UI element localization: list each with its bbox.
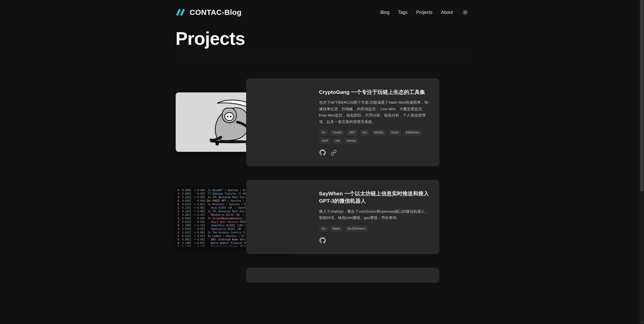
nav-about[interactable]: About xyxy=(441,10,453,15)
scroll-down-icon[interactable]: ▾ xyxy=(640,320,644,324)
project-info: CryptoGang 一个专注于玩链上生态的工具集 包含了NFT和ERC20两个… xyxy=(246,78,439,166)
nav-blog[interactable]: Blog xyxy=(380,10,389,15)
project-card: CryptoGang 一个专注于玩链上生态的工具集 包含了NFT和ERC20两个… xyxy=(176,78,469,166)
tag: Go xyxy=(319,129,328,136)
main-nav: Blog Tags Projects About xyxy=(380,9,468,16)
github-link[interactable] xyxy=(319,237,326,244)
theme-toggle-button[interactable] xyxy=(462,9,469,16)
site-header: CONTAC-Blog Blog Tags Projects About xyxy=(176,0,469,23)
svg-point-14 xyxy=(227,116,229,117)
project-title[interactable]: SayWhen 一个以太坊链上信息实时推送和接入GPT-3的微信机器人 xyxy=(319,190,429,205)
project-tags: Go Casbin JWT Gin MySQL Gorm Elementui v… xyxy=(319,129,429,144)
project-info xyxy=(246,268,439,283)
nav-projects[interactable]: Projects xyxy=(416,10,432,15)
tag: Casbin xyxy=(330,129,345,136)
svg-point-13 xyxy=(225,113,234,121)
scrollbar-thumb[interactable] xyxy=(640,0,643,191)
project-links xyxy=(319,237,429,244)
tag: Gorm xyxy=(389,129,401,136)
site-title[interactable]: CONTAC-Blog xyxy=(190,8,242,17)
project-info: SayWhen 一个以太坊链上信息实时推送和接入GPT-3的微信机器人 接入了c… xyxy=(246,180,439,254)
svg-line-8 xyxy=(466,11,467,11)
svg-line-7 xyxy=(463,14,464,14)
scrollbar[interactable]: ▴ ▾ xyxy=(640,0,644,324)
brand[interactable]: CONTAC-Blog xyxy=(176,8,242,17)
tag: Go xyxy=(319,226,328,232)
github-link[interactable] xyxy=(319,149,326,156)
project-description: 接入了chatGpt，整合了coinGecko和opensea接口的微信机器人，… xyxy=(319,208,429,221)
project-card: 4 0.000Ξ + 0.000 2x AotuNFT | OpenSea | … xyxy=(176,180,469,254)
project-tags: Go Redis Go-Ethereum xyxy=(319,226,429,232)
tag: JWT xyxy=(347,129,358,136)
project-card xyxy=(176,268,469,283)
tag: Go-Ethereum xyxy=(345,226,368,232)
tag: vue3 xyxy=(319,138,331,144)
nav-tags[interactable]: Tags xyxy=(398,10,407,15)
project-description: 包含了NFT和ERC20两个方面,功能涵盖了Hash Mint快速跟单，快速挂单… xyxy=(319,99,429,125)
tag: vite xyxy=(333,138,343,144)
tag: etherjs xyxy=(344,138,358,144)
svg-line-4 xyxy=(466,14,467,14)
svg-line-3 xyxy=(463,11,464,11)
project-links xyxy=(319,149,429,156)
site-logo-icon xyxy=(176,8,186,17)
project-list: CryptoGang 一个专注于玩链上生态的工具集 包含了NFT和ERC20两个… xyxy=(176,78,469,283)
page-title: Projects xyxy=(176,28,469,56)
svg-point-11 xyxy=(215,142,219,146)
external-link[interactable] xyxy=(330,149,337,156)
tag: MySQL xyxy=(371,129,387,136)
project-title[interactable]: CryptoGang 一个专注于玩链上生态的工具集 xyxy=(319,88,429,96)
svg-point-15 xyxy=(230,116,232,117)
tag: Redis xyxy=(330,226,343,232)
tag: Gin xyxy=(360,129,370,136)
tag: Elementui xyxy=(403,129,422,136)
svg-point-0 xyxy=(464,11,466,13)
